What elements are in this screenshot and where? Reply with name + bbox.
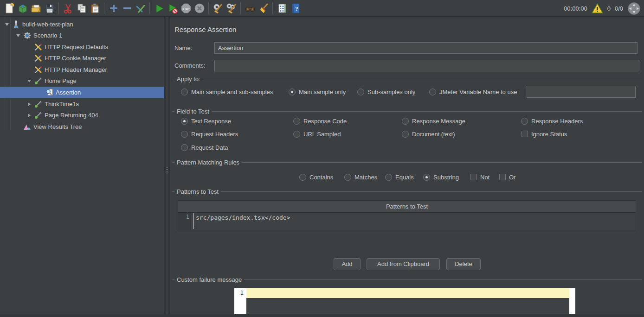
page-title: Response Assertion xyxy=(174,25,236,33)
tree-item-test-plan[interactable]: build-web-test-plan xyxy=(0,19,164,30)
config-element-icon xyxy=(34,54,42,62)
radio-main-sample-only[interactable]: Main sample only xyxy=(289,88,346,96)
elapsed-timer: 00:00:00 xyxy=(564,5,587,12)
tree-item-view-results-tree[interactable]: View Results Tree xyxy=(0,121,164,133)
patterns-table[interactable]: Patterns to Test 1 src/pages/index.tsx</… xyxy=(178,200,636,230)
tree-item-thinktime1s[interactable]: ThinkTime1s xyxy=(0,98,164,110)
text-caret xyxy=(193,213,194,229)
toolbar-status: 00:00:00 0 0/0 xyxy=(564,0,641,17)
tree-item-http-cookie-manager[interactable]: HTTP Cookie Manager xyxy=(0,52,164,64)
toolbar-separator xyxy=(272,2,273,14)
apply-to-group-title: Apply to: xyxy=(174,76,203,82)
radio-response-message[interactable]: Response Message xyxy=(402,117,465,125)
config-element-icon xyxy=(34,66,42,74)
shutdown-icon[interactable] xyxy=(193,1,206,15)
toolbar-separator xyxy=(58,2,59,14)
splitter-grip[interactable] xyxy=(167,167,167,168)
patterns-to-test-group-title: Patterns to Test xyxy=(174,188,221,195)
delete-button[interactable]: Delete xyxy=(446,258,481,270)
radio-sub-samples-only[interactable]: Sub-samples only xyxy=(357,88,415,96)
radio-response-code[interactable]: Response Code xyxy=(293,117,347,125)
test-plan-tree: build-web-test-plan Scenario 1 HTTP Requ… xyxy=(0,17,164,317)
radio-request-data[interactable]: Request Data xyxy=(181,143,228,152)
toolbar-separator xyxy=(104,2,104,14)
response-assertion-panel: Response Assertion Name: Comments: Apply… xyxy=(170,17,644,317)
radio-text-response[interactable]: Text Response xyxy=(181,117,231,125)
function-helper-icon[interactable] xyxy=(275,1,289,15)
toggle-icon[interactable] xyxy=(134,1,147,15)
clear-icon[interactable] xyxy=(211,1,225,15)
help-icon[interactable]: ? xyxy=(289,1,302,15)
new-file-icon[interactable] xyxy=(2,1,16,15)
tree-item-assertion[interactable]: Assertion xyxy=(0,87,164,98)
tree-item-http-header-manager[interactable]: HTTP Header Manager xyxy=(0,64,164,76)
config-element-icon xyxy=(34,43,42,51)
assertion-icon xyxy=(45,89,53,96)
radio-url-sampled[interactable]: URL Sampled xyxy=(293,130,341,138)
radio-contains[interactable]: Contains xyxy=(299,173,333,181)
expander-open-icon[interactable] xyxy=(24,80,34,82)
comments-label: Comments: xyxy=(174,62,205,70)
start-no-pauses-icon[interactable] xyxy=(166,1,179,15)
radio-document-text[interactable]: Document (text) xyxy=(402,130,455,138)
patterns-table-header: Patterns to Test xyxy=(178,201,636,213)
custom-failure-message-editor[interactable]: 1 xyxy=(234,288,575,314)
tree-item-scenario-1[interactable]: Scenario 1 xyxy=(0,30,164,41)
name-input[interactable] xyxy=(214,42,638,54)
tree-item-http-request-defaults[interactable]: HTTP Request Defaults xyxy=(0,41,164,53)
templates-icon[interactable] xyxy=(16,1,29,15)
save-icon[interactable] xyxy=(43,1,56,15)
pattern-matching-rules-title: Pattern Matching Rules xyxy=(174,159,242,166)
search-icon[interactable] xyxy=(243,1,257,15)
sampler-icon xyxy=(34,111,42,119)
add-from-clipboard-button[interactable]: Add from Clipboard xyxy=(367,258,440,270)
radio-request-headers[interactable]: Request Headers xyxy=(181,130,238,138)
clear-all-icon[interactable] xyxy=(225,1,238,15)
radio-jmeter-variable-name[interactable]: JMeter Variable Name to use xyxy=(429,88,517,96)
expand-all-icon[interactable] xyxy=(107,1,120,15)
toolbar-separator xyxy=(208,2,209,14)
open-icon[interactable] xyxy=(29,1,43,15)
checkbox-or[interactable]: Or xyxy=(499,173,515,181)
stop-icon[interactable]: STOP xyxy=(179,1,193,15)
expander-open-icon[interactable] xyxy=(2,23,12,26)
tree-main-splitter[interactable] xyxy=(164,17,170,317)
collapse-all-icon[interactable] xyxy=(120,1,134,15)
editor-line-number: 1 xyxy=(234,289,244,296)
log-warning-icon[interactable] xyxy=(592,3,603,13)
editor-scrollbar[interactable] xyxy=(569,288,575,314)
window-bottom-edge xyxy=(0,314,644,317)
tree-item-page-returning-404[interactable]: Page Returning 404 xyxy=(0,109,164,121)
log-error-count: 0 xyxy=(607,5,611,12)
radio-main-sample-and-sub-samples[interactable]: Main sample and sub-samples xyxy=(181,88,273,96)
jmeter-variable-input[interactable] xyxy=(527,86,636,98)
editor-current-line-highlight[interactable] xyxy=(246,288,569,298)
pattern-cell-value[interactable]: src/pages/index.tsx</code> xyxy=(196,214,290,221)
expander-closed-icon[interactable] xyxy=(24,102,34,106)
clear-search-icon[interactable] xyxy=(257,1,270,15)
start-icon[interactable] xyxy=(152,1,166,15)
thread-count: 0/0 xyxy=(615,5,623,12)
paste-icon[interactable] xyxy=(88,1,102,15)
svg-text:?: ? xyxy=(295,5,298,12)
tree-item-home-page[interactable]: Home Page xyxy=(0,75,164,87)
add-button[interactable]: Add xyxy=(334,258,361,270)
copy-icon[interactable] xyxy=(75,1,88,15)
sampler-icon xyxy=(34,100,42,108)
radio-response-headers[interactable]: Response Headers xyxy=(521,117,583,125)
checkbox-ignore-status[interactable]: Ignore Status xyxy=(522,130,567,138)
radio-equals[interactable]: Equals xyxy=(385,173,414,181)
sampler-icon xyxy=(34,77,42,85)
checkbox-not[interactable]: Not xyxy=(470,173,489,181)
custom-failure-message-title: Custom failure message xyxy=(174,276,244,283)
svg-text:STOP: STOP xyxy=(182,7,189,10)
field-to-test-group-title: Field to Test xyxy=(174,108,212,115)
expander-open-icon[interactable] xyxy=(13,34,23,37)
radio-matches[interactable]: Matches xyxy=(344,173,377,181)
patterns-table-body[interactable]: 1 src/pages/index.tsx</code> xyxy=(178,213,636,230)
comments-input[interactable] xyxy=(214,60,639,71)
expander-closed-icon[interactable] xyxy=(24,114,34,117)
radio-substring[interactable]: Substring xyxy=(423,173,459,181)
cut-icon[interactable] xyxy=(61,1,75,15)
results-tree-icon xyxy=(23,123,31,131)
